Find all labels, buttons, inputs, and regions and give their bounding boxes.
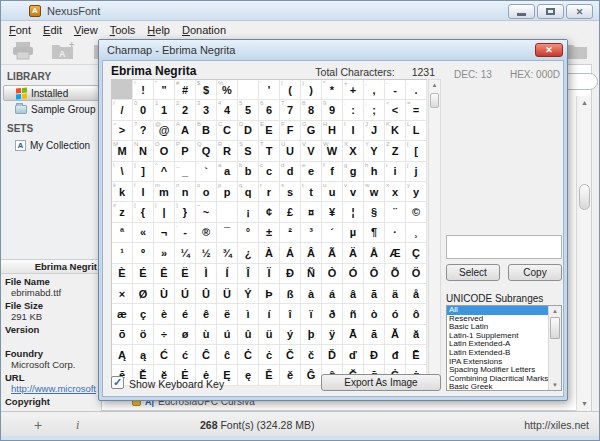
website-link[interactable]: http://xiles.net <box>524 419 589 431</box>
char-cell[interactable]: 33 <box>196 100 217 120</box>
menu-item-view[interactable]: View <box>74 23 106 37</box>
char-cell[interactable]: Þ <box>259 284 280 304</box>
scroll-down-icon[interactable]: ▼ <box>577 397 592 411</box>
char-cell[interactable]: ą <box>133 345 154 365</box>
char-cell[interactable]: È <box>112 264 133 284</box>
char-cell[interactable]: LL <box>406 121 427 141</box>
char-cell[interactable]: ñ <box>343 304 364 324</box>
menu-item-donation[interactable]: Donation <box>182 23 234 37</box>
char-cell[interactable]: \\ <box>112 162 133 182</box>
char-cell[interactable]: č <box>301 345 322 365</box>
char-cell[interactable]: Ā <box>343 325 364 345</box>
char-cell[interactable]: RR <box>217 141 238 161</box>
char-cell[interactable]: AA <box>175 121 196 141</box>
char-cell[interactable]: aa <box>217 162 238 182</box>
char-cell[interactable]: ċ <box>259 345 280 365</box>
add-group-icon[interactable]: A+ <box>51 41 77 61</box>
char-cell[interactable]: Õ <box>385 264 406 284</box>
char-cell[interactable]: ý <box>280 325 301 345</box>
char-cell[interactable]: NN <box>133 141 154 161</box>
char-cell[interactable] <box>238 80 259 100</box>
char-cell[interactable]: ã <box>364 284 385 304</box>
char-cell[interactable]: ~~ <box>196 202 217 222</box>
char-cell[interactable]: ÷ <box>154 325 175 345</box>
char-cell[interactable]: Ó <box>343 264 364 284</box>
char-cell[interactable]: ¢ <box>259 202 280 222</box>
char-cell[interactable]: ó <box>385 304 406 324</box>
char-cell[interactable]: ß <box>280 284 301 304</box>
char-cell[interactable]: zz <box>112 202 133 222</box>
char-cell[interactable]: hh <box>364 162 385 182</box>
char-cell[interactable]: @@ <box>154 121 175 141</box>
char-cell[interactable]: VV <box>301 141 322 161</box>
info-field-link[interactable]: http://www.microsoft <box>1 383 101 394</box>
char-cell[interactable]: [[ <box>406 141 427 161</box>
char-cell[interactable]: :: <box>343 100 364 120</box>
char-cell[interactable]: EE <box>259 121 280 141</box>
char-cell[interactable]: HH <box>322 121 343 141</box>
char-cell[interactable]: .. <box>406 80 427 100</box>
char-cell[interactable]: ď <box>343 345 364 365</box>
char-cell[interactable]: ³ <box>301 223 322 243</box>
char-cell[interactable]: ^^ <box>154 162 175 182</box>
char-cell[interactable]: ¹ <box>112 243 133 263</box>
char-cell[interactable]: $$ <box>196 80 217 100</box>
char-cell[interactable]: tt <box>301 182 322 202</box>
char-cell[interactable]: å <box>406 284 427 304</box>
char-cell[interactable]: ll <box>133 182 154 202</box>
char-cell[interactable] <box>217 202 238 222</box>
info-button[interactable]: i <box>76 418 79 433</box>
char-cell[interactable]: º <box>133 243 154 263</box>
char-cell[interactable]: ¿ <box>238 243 259 263</box>
char-cell[interactable]: Ą <box>112 345 133 365</box>
char-cell[interactable]: õ <box>112 325 133 345</box>
char-cell[interactable]: ww <box>364 182 385 202</box>
menu-item-tools[interactable]: Tools <box>110 23 144 37</box>
sidebar-item-sample-group[interactable]: Sample Group <box>1 101 101 117</box>
char-cell[interactable]: __ <box>175 162 196 182</box>
char-cell[interactable]: Ď <box>322 345 343 365</box>
char-cell[interactable]: pp <box>217 182 238 202</box>
char-cell[interactable]: Ĉ <box>196 345 217 365</box>
scrollbar-thumb[interactable] <box>579 184 590 210</box>
scroll-up-icon[interactable]: ▲ <box>429 80 440 91</box>
char-cell[interactable]: ă <box>406 325 427 345</box>
char-cell[interactable]: uu <box>322 182 343 202</box>
char-cell[interactable]: « <box>133 223 154 243</box>
char-cell[interactable]: ÿ <box>322 325 343 345</box>
char-cell[interactable]: ù <box>196 325 217 345</box>
char-cell[interactable]: ç <box>133 304 154 324</box>
char-cell[interactable]: '' <box>259 80 280 100</box>
char-cell[interactable]: © <box>406 202 427 222</box>
char-cell[interactable]: ss <box>280 182 301 202</box>
char-cell[interactable]: Ē <box>406 345 427 365</box>
char-cell[interactable]: ,, <box>364 80 385 100</box>
char-cell[interactable]: Û <box>196 284 217 304</box>
char-cell[interactable]: é <box>175 304 196 324</box>
char-cell[interactable]: SS <box>238 141 259 161</box>
char-cell[interactable]: Ø <box>133 284 154 304</box>
char-cell[interactable]: ¾ <box>217 243 238 263</box>
char-cell[interactable]: oo <box>196 182 217 202</box>
char-cell[interactable]: rr <box>259 182 280 202</box>
char-cell[interactable]: Æ <box>385 243 406 263</box>
sidebar-item-installed[interactable]: Installed <box>3 85 99 101</box>
char-cell[interactable]: vv <box>343 182 364 202</box>
char-cell[interactable]: ++ <box>343 80 364 100</box>
char-cell[interactable]: Á <box>280 243 301 263</box>
char-cell[interactable]: FF <box>280 121 301 141</box>
scroll-up-icon[interactable]: ▲ <box>577 96 592 110</box>
character-input[interactable] <box>446 235 562 259</box>
char-cell[interactable]: 77 <box>280 100 301 120</box>
char-cell[interactable]: == <box>406 100 427 120</box>
char-cell[interactable]: GG <box>301 121 322 141</box>
char-cell[interactable]: Ú <box>175 284 196 304</box>
char-cell[interactable]: Đ <box>364 345 385 365</box>
char-cell[interactable]: || <box>154 202 175 222</box>
menu-item-edit[interactable]: Edit <box>43 23 70 37</box>
char-cell[interactable]: // <box>112 100 133 120</box>
char-cell[interactable]: ë <box>217 304 238 324</box>
char-cell[interactable]: â <box>343 284 364 304</box>
char-cell[interactable]: ¼ <box>175 243 196 263</box>
char-cell[interactable]: × <box>112 284 133 304</box>
